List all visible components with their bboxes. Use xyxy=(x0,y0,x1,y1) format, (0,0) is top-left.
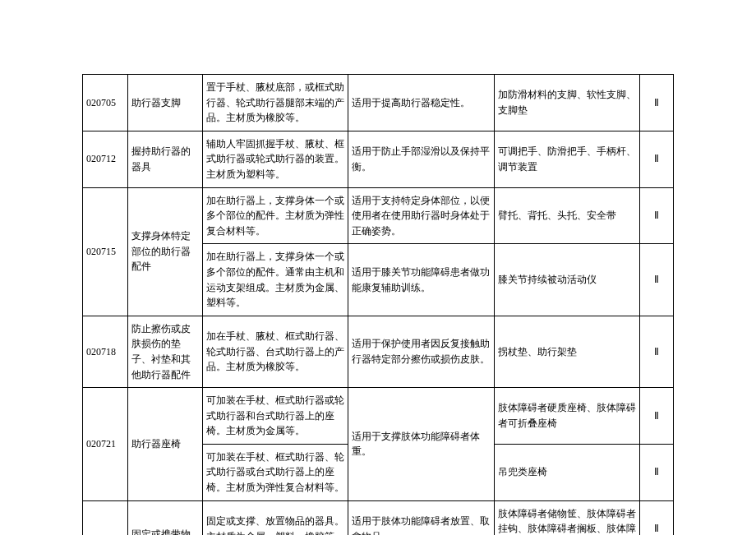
cell-use: 适用于膝关节功能障碍患者做功能康复辅助训练。 xyxy=(348,244,494,316)
cell-name: 助行器支脚 xyxy=(127,75,202,131)
cell-example: 吊兜类座椅 xyxy=(494,444,639,500)
cell-class: Ⅱ xyxy=(640,500,674,535)
cell-desc: 辅助人牢固抓握手杖、腋杖、框式助行器或轮式助行器的装置。主材质为塑料等。 xyxy=(203,131,348,187)
cell-example: 可调把手、防滑把手、手柄杆、调节装置 xyxy=(494,131,639,187)
cell-example: 肢体障碍者储物筐、肢体障碍者挂钩、肢体障碍者搁板、肢体障碍者伞固定架、拐杖固定架 xyxy=(494,500,639,535)
cell-class: Ⅱ xyxy=(640,75,674,131)
cell-class: Ⅱ xyxy=(640,444,674,500)
cell-desc: 置于手杖、腋杖底部，或框式助行器、轮式助行器腿部末端的产品。主材质为橡胶等。 xyxy=(203,75,348,131)
cell-desc: 加在助行器上，支撑身体一个或多个部位的配件。主材质为弹性复合材料等。 xyxy=(203,187,348,244)
cell-desc: 可加装在手杖、框式助行器、轮式助行器或台式助行器上的座椅。主材质为弹性复合材料等… xyxy=(203,444,348,500)
cell-desc: 加在助行器上，支撑身体一个或多个部位的配件。通常由主机和运动支架组成。主材质为金… xyxy=(203,244,348,316)
cell-name: 助行器座椅 xyxy=(127,388,202,501)
table-row: 020718 防止擦伤或皮肤损伤的垫子、衬垫和其他助行器配件 加在手杖、腋杖、框… xyxy=(83,316,674,387)
cell-class: Ⅱ xyxy=(640,187,674,244)
cell-name: 固定或携带物品的助行器配件 xyxy=(127,500,202,535)
cell-code: 020718 xyxy=(83,316,128,387)
cell-class: Ⅱ xyxy=(640,244,674,316)
cell-use: 适用于提高助行器稳定性。 xyxy=(348,75,494,131)
cell-use: 适用于支持特定身体部位，以便使用者在使用助行器时身体处于正确姿势。 xyxy=(348,187,494,244)
cell-code: 020715 xyxy=(83,187,128,316)
table-row: 020724 固定或携带物品的助行器配件 固定或支撑、放置物品的器具。主材质为金… xyxy=(83,500,674,535)
cell-class: Ⅱ xyxy=(640,131,674,187)
cell-use: 适用于肢体功能障碍者放置、取拿物品。 xyxy=(348,500,494,535)
cell-use: 适用于防止手部湿滑以及保持平衡。 xyxy=(348,131,494,187)
cell-example: 臂托、背托、头托、安全带 xyxy=(494,187,639,244)
table-row: 020721 助行器座椅 可加装在手杖、框式助行器或轮式助行器和台式助行器上的座… xyxy=(83,388,674,445)
table-row: 020705 助行器支脚 置于手杖、腋杖底部，或框式助行器、轮式助行器腿部末端的… xyxy=(83,75,674,131)
cell-desc: 可加装在手杖、框式助行器或轮式助行器和台式助行器上的座椅。主材质为金属等。 xyxy=(203,388,348,445)
cell-name: 握持助行器的器具 xyxy=(127,131,202,187)
cell-use: 适用于支撑肢体功能障碍者体重。 xyxy=(348,388,494,501)
cell-name: 支撑身体特定部位的助行器配件 xyxy=(127,187,202,316)
cell-desc: 固定或支撑、放置物品的器具。主材质为金属、塑料、橡胶等。 xyxy=(203,500,348,535)
cell-example: 拐杖垫、助行架垫 xyxy=(494,316,639,387)
cell-class: Ⅱ xyxy=(640,388,674,445)
cell-use: 适用于保护使用者因反复接触助行器特定部分擦伤或损伤皮肤。 xyxy=(348,316,494,387)
table-row: 020712 握持助行器的器具 辅助人牢固抓握手杖、腋杖、框式助行器或轮式助行器… xyxy=(83,131,674,187)
cell-class: Ⅱ xyxy=(640,316,674,387)
cell-code: 020724 xyxy=(83,500,128,535)
cell-code: 020712 xyxy=(83,131,128,187)
table-row: 020715 支撑身体特定部位的助行器配件 加在助行器上，支撑身体一个或多个部位… xyxy=(83,187,674,244)
cell-example: 膝关节持续被动活动仪 xyxy=(494,244,639,316)
cell-name: 防止擦伤或皮肤损伤的垫子、衬垫和其他助行器配件 xyxy=(127,316,202,387)
spec-table: 020705 助行器支脚 置于手杖、腋杖底部，或框式助行器、轮式助行器腿部末端的… xyxy=(82,74,674,535)
cell-code: 020721 xyxy=(83,388,128,501)
cell-desc: 加在手杖、腋杖、框式助行器、轮式助行器、台式助行器上的产品。主材质为橡胶等。 xyxy=(203,316,348,387)
cell-example: 加防滑材料的支脚、软性支脚、支脚垫 xyxy=(494,75,639,131)
cell-code: 020705 xyxy=(83,75,128,131)
cell-example: 肢体障碍者硬质座椅、肢体障碍者可折叠座椅 xyxy=(494,388,639,445)
